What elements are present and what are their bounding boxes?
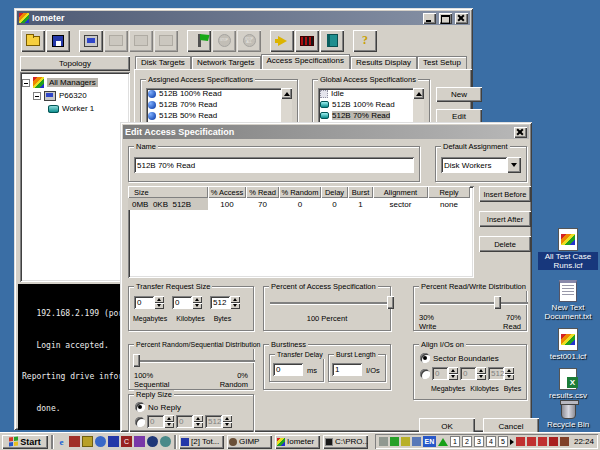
access-cell[interactable]: 100 <box>208 198 246 210</box>
maximize-button[interactable] <box>439 13 452 24</box>
sector-boundaries-option[interactable]: Sector Boundaries <box>420 353 499 363</box>
tab-test-setup[interactable]: Test Setup <box>417 56 467 69</box>
default-assignment-combobox[interactable]: Disk Workers <box>441 157 521 173</box>
percent-access-slider[interactable] <box>268 296 394 309</box>
unplug-tray-icon[interactable] <box>379 437 388 446</box>
clock[interactable]: 22:24 <box>571 437 594 446</box>
read-cell[interactable]: 70 <box>246 198 279 210</box>
tray-expand-arrow-icon[interactable] <box>510 439 514 445</box>
globe-icon[interactable] <box>160 436 171 447</box>
app-tray-icon[interactable] <box>560 437 569 446</box>
task-button-command-prompt[interactable]: C:\PRO... <box>323 435 368 449</box>
abort-button[interactable] <box>295 30 319 52</box>
list-item[interactable]: 512B 50% Read <box>146 110 292 121</box>
list-item[interactable]: 512B 100% Read <box>146 88 292 99</box>
alignment-cell[interactable]: sector <box>373 198 428 210</box>
iometer-titlebar[interactable]: Iometer <box>17 11 470 25</box>
radio-checked-icon[interactable] <box>420 353 430 363</box>
column-header[interactable]: Size <box>128 186 208 198</box>
task-button-iometer[interactable]: Iometer <box>275 435 320 449</box>
radio-icon[interactable] <box>135 417 145 427</box>
tab-results-display[interactable]: Results Display <box>350 56 417 69</box>
bytes-spinner[interactable]: 512 <box>210 296 240 309</box>
no-reply-option[interactable]: No Reply <box>135 402 181 412</box>
save-test-button[interactable] <box>46 30 70 52</box>
icon-label[interactable]: Recycle Bin <box>547 420 589 429</box>
start-tests-button[interactable] <box>187 30 211 52</box>
device-tray-icon-2[interactable] <box>527 437 536 446</box>
random-cell[interactable]: 0 <box>279 198 321 210</box>
column-header[interactable]: Reply <box>428 186 470 198</box>
column-header[interactable]: % Read <box>246 186 279 198</box>
virtual-desktop-3[interactable]: 3 <box>474 436 484 447</box>
reset-workers-button[interactable] <box>270 30 294 52</box>
list-item[interactable]: 512B 70% Read <box>146 99 292 110</box>
combobox-value[interactable]: Disk Workers <box>441 157 507 173</box>
size-cell[interactable]: 0MB 0KB 512B <box>128 198 208 210</box>
search-icon[interactable] <box>95 436 106 447</box>
mail-app-icon[interactable] <box>69 436 80 447</box>
tab-network-targets[interactable]: Network Targets <box>191 56 261 69</box>
display-tray-icon[interactable] <box>412 437 421 446</box>
icon-label[interactable]: All Test Case Runs.icf <box>538 252 598 270</box>
virtual-desktop-2[interactable]: 2 <box>462 436 472 447</box>
icon-label[interactable]: New Text Document.txt <box>538 303 598 321</box>
kilobytes-spinner[interactable]: 0 <box>172 296 202 309</box>
combobox-dropdown-button[interactable] <box>507 157 521 173</box>
virtual-desktop-4[interactable]: 4 <box>486 436 496 447</box>
burst-length-input[interactable]: 1 <box>332 363 362 376</box>
dialog-close-button[interactable] <box>514 127 527 138</box>
media-player-icon[interactable] <box>134 436 145 447</box>
scheduler-tray-icon[interactable] <box>401 437 410 446</box>
desktop-icon-all-test-case-runs[interactable]: All Test Case Runs.icf <box>538 228 598 270</box>
tab-disk-targets[interactable]: Disk Targets <box>135 56 191 69</box>
slider-track[interactable] <box>420 302 528 304</box>
new-manager-button[interactable] <box>79 30 103 52</box>
error-tray-icon[interactable] <box>549 437 558 446</box>
desktop-icon-results-csv[interactable]: X results.csv <box>538 368 598 400</box>
exit-button[interactable] <box>320 30 344 52</box>
scroll-up-button[interactable] <box>281 88 292 99</box>
reply-custom-option[interactable]: 0 0 512 <box>135 415 232 428</box>
collapse-icon[interactable] <box>33 92 41 100</box>
random-sequential-slider[interactable] <box>133 354 257 367</box>
new-spec-button[interactable]: New <box>436 87 482 102</box>
icon-label[interactable]: results.csv <box>549 391 587 400</box>
virtual-desktop-5[interactable]: 5 <box>498 436 508 447</box>
align-custom-option[interactable]: 0 0 512 <box>420 367 514 380</box>
tree-node-label[interactable]: All Managers <box>47 78 98 87</box>
green-triangle-tray-icon[interactable] <box>438 438 448 446</box>
list-item[interactable]: 512B 100% Read <box>318 99 424 110</box>
delay-cell[interactable]: 0 <box>321 198 348 210</box>
dialog-titlebar[interactable]: Edit Access Specification <box>123 125 529 139</box>
tab-access-specifications[interactable]: Access Specifications <box>261 54 350 69</box>
task-button-gimp[interactable]: GIMP <box>227 435 272 449</box>
insert-before-button[interactable]: Insert Before <box>479 186 531 202</box>
column-header[interactable]: Alignment <box>373 186 428 198</box>
table-row[interactable]: 0MB 0KB 512B 100 70 0 0 1 sector none <box>128 198 474 210</box>
show-desktop-icon[interactable] <box>82 436 93 447</box>
device-tray-icon-3[interactable] <box>538 437 547 446</box>
language-indicator[interactable]: EN <box>423 436 436 447</box>
drive-c-icon[interactable]: C <box>121 436 132 447</box>
open-test-button[interactable] <box>21 30 45 52</box>
internet-explorer-icon[interactable]: e <box>56 436 67 447</box>
spin-down[interactable] <box>154 303 164 310</box>
desktop-icon-recycle-bin[interactable]: Recycle Bin <box>538 402 598 429</box>
start-button[interactable]: Start <box>2 435 48 449</box>
megabytes-spinner[interactable]: 0 <box>134 296 164 309</box>
backup-floppy-icon[interactable] <box>108 436 119 447</box>
spin-down[interactable] <box>192 303 202 310</box>
spin-down[interactable] <box>230 303 240 310</box>
delete-button[interactable]: Delete <box>479 236 531 252</box>
icon-label[interactable]: test001.icf <box>550 352 586 361</box>
slider-thumb[interactable] <box>387 296 394 309</box>
device-tray-icon-1[interactable] <box>516 437 525 446</box>
slider-track[interactable] <box>135 360 255 362</box>
column-header[interactable]: Delay <box>321 186 348 198</box>
column-header[interactable]: Burst <box>348 186 373 198</box>
read-write-slider[interactable] <box>418 296 530 309</box>
blue-ball-icon[interactable] <box>147 436 158 447</box>
collapse-icon[interactable] <box>22 79 30 87</box>
topology-tree[interactable]: All Managers P66320 Worker 1 <box>20 72 130 282</box>
